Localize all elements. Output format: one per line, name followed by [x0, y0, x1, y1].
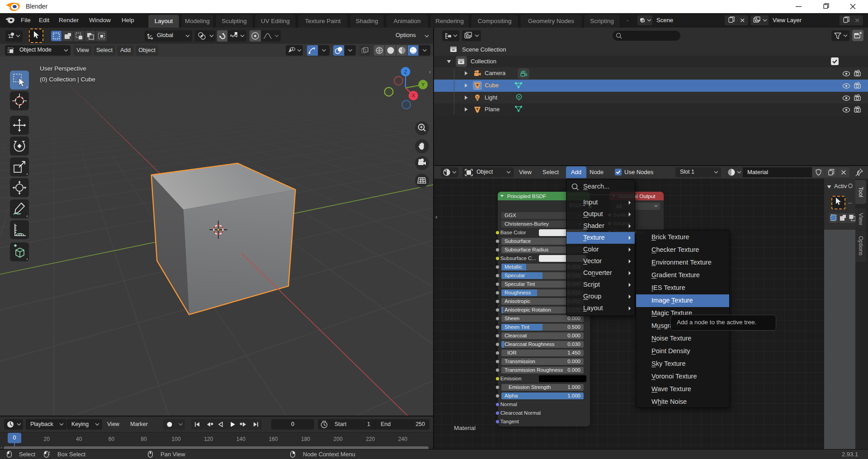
- svg-text:X: X: [412, 93, 415, 98]
- svg-text:Z: Z: [404, 69, 407, 75]
- svg-text:Y: Y: [421, 82, 425, 87]
